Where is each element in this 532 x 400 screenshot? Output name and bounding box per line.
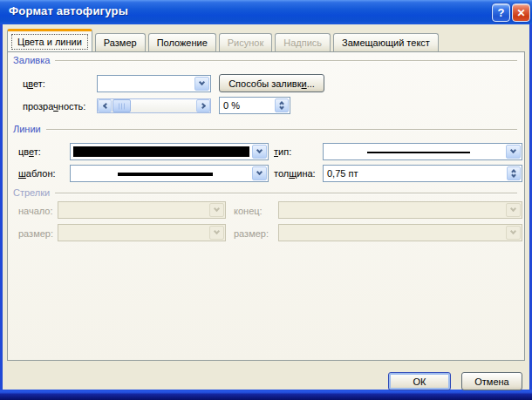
line-color-label: цвет: bbox=[18, 146, 41, 157]
section-rule bbox=[55, 60, 517, 62]
tab-layout[interactable]: Положение bbox=[148, 33, 216, 51]
dropdown-arrow-icon[interactable] bbox=[194, 77, 209, 91]
arrow-begin-label: начало: bbox=[18, 206, 53, 216]
tab-textbox: Надпись bbox=[275, 33, 331, 51]
selected-dash-style-swatch bbox=[118, 173, 212, 176]
transparency-value: 0 % bbox=[223, 100, 240, 111]
tab-label: Размер bbox=[104, 37, 137, 48]
line-weight-value: 0,75 пт bbox=[327, 168, 358, 179]
slider-track[interactable] bbox=[112, 99, 196, 112]
arrow-begin-size-combobox bbox=[58, 224, 226, 241]
fill-section-header: Заливка bbox=[13, 55, 517, 65]
tab-size[interactable]: Размер bbox=[95, 33, 146, 51]
arrow-end-label: конец: bbox=[234, 206, 263, 216]
tab-label: Надпись bbox=[283, 37, 322, 48]
dropdown-arrow-icon[interactable] bbox=[252, 166, 267, 180]
dropdown-arrow-icon bbox=[506, 226, 521, 240]
transparency-label: прозрачность: bbox=[23, 101, 85, 112]
dropdown-arrow-icon bbox=[209, 226, 224, 240]
fill-effects-button[interactable]: Способы заливки... bbox=[219, 74, 324, 92]
help-icon: ? bbox=[498, 6, 505, 19]
tab-panel: Заливка цвет: Способы заливки... прозрач… bbox=[7, 51, 525, 361]
arrow-end-size-label: размер: bbox=[234, 228, 269, 239]
cancel-button[interactable]: Отмена bbox=[461, 372, 522, 390]
ok-button[interactable]: ОК bbox=[388, 372, 451, 390]
spin-down-icon[interactable] bbox=[280, 105, 283, 112]
line-section-label: Линии bbox=[13, 124, 41, 134]
window-border-left bbox=[0, 24, 3, 390]
transparency-slider[interactable] bbox=[97, 98, 211, 113]
arrow-end-size-combobox bbox=[278, 224, 522, 241]
spin-down-icon[interactable] bbox=[512, 173, 515, 180]
tab-bar: Цвета и линии Размер Положение Рисунок Н… bbox=[7, 29, 439, 51]
tab-label: Замещающий текст bbox=[342, 37, 430, 48]
tab-label: Цвета и линии bbox=[11, 34, 88, 50]
line-color-combobox[interactable] bbox=[70, 143, 269, 160]
format-autoshape-dialog: Формат автофигуры ? ✕ Цвета и линии Разм… bbox=[0, 0, 532, 400]
section-rule bbox=[46, 129, 517, 131]
arrow-begin-combobox bbox=[58, 201, 226, 219]
close-button[interactable]: ✕ bbox=[512, 3, 530, 22]
arrows-section-label: Стрелки bbox=[13, 187, 50, 198]
arrow-end-combobox bbox=[278, 201, 522, 219]
fill-color-label: цвет: bbox=[23, 78, 45, 89]
line-dash-combobox[interactable] bbox=[70, 165, 269, 182]
tab-picture: Рисунок bbox=[219, 33, 273, 51]
dropdown-arrow-icon bbox=[209, 203, 224, 217]
close-icon: ✕ bbox=[516, 7, 525, 19]
slider-thumb[interactable] bbox=[113, 99, 131, 112]
selected-line-color-swatch bbox=[73, 146, 249, 157]
line-type-combobox[interactable] bbox=[323, 143, 522, 160]
fill-color-combobox[interactable] bbox=[97, 75, 211, 92]
arrows-section-header: Стрелки bbox=[13, 187, 517, 198]
titlebar[interactable]: Формат автофигуры ? ✕ bbox=[0, 0, 532, 24]
dialog-title: Формат автофигуры bbox=[9, 4, 128, 17]
line-dash-label: шаблон: bbox=[18, 168, 56, 179]
fill-section-label: Заливка bbox=[13, 55, 50, 65]
line-weight-spinner[interactable]: 0,75 пт bbox=[323, 165, 522, 182]
help-button[interactable]: ? bbox=[492, 3, 510, 22]
dropdown-arrow-icon bbox=[506, 203, 521, 217]
spinner-buttons bbox=[275, 98, 289, 112]
spinner-buttons bbox=[507, 166, 521, 180]
scroll-right-icon[interactable] bbox=[196, 99, 210, 112]
section-rule bbox=[55, 193, 517, 194]
window-border-bottom bbox=[0, 390, 532, 400]
tab-alt-text[interactable]: Замещающий текст bbox=[333, 33, 439, 51]
tab-label: Рисунок bbox=[228, 37, 264, 48]
dropdown-arrow-icon[interactable] bbox=[506, 145, 521, 159]
tab-colors-and-lines[interactable]: Цвета и линии bbox=[7, 29, 92, 51]
transparency-spinner[interactable]: 0 % bbox=[219, 97, 290, 114]
line-weight-label: толщина: bbox=[274, 168, 316, 179]
tab-label: Положение bbox=[157, 37, 208, 48]
selected-line-type-swatch bbox=[367, 152, 470, 153]
scroll-left-icon[interactable] bbox=[98, 99, 112, 112]
line-section-header: Линии bbox=[13, 124, 517, 134]
line-type-label: тип: bbox=[274, 146, 291, 157]
dropdown-arrow-icon[interactable] bbox=[252, 145, 267, 159]
arrow-begin-size-label: размер: bbox=[18, 228, 53, 239]
